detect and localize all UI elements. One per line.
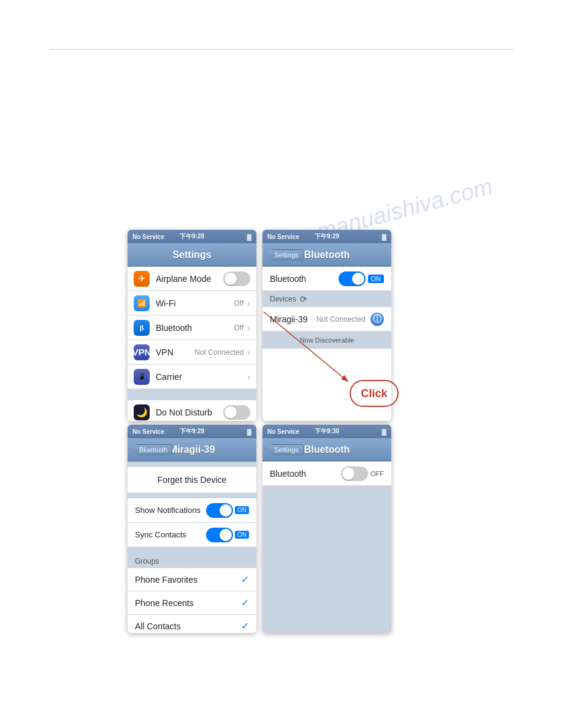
back-to-bluetooth-btn[interactable]: Bluetooth	[131, 444, 172, 455]
wifi-chevron: ›	[247, 298, 250, 308]
vpn-value: Not Connected	[194, 348, 243, 357]
device-info-btn[interactable]: ⓘ	[370, 313, 384, 326]
status-bar-4: No Service 下午9:30 ▓	[262, 425, 391, 438]
phone-favorites-check: ✓	[241, 574, 249, 585]
empty-bg	[262, 486, 391, 633]
bluetooth-off-toggle-row[interactable]: Bluetooth OFF	[262, 461, 391, 486]
click-label: Click	[361, 387, 387, 400]
gap-1	[128, 389, 256, 400]
status-no-service-1: No Service	[132, 233, 164, 240]
miragii-page-title: Miragii-39	[169, 444, 215, 455]
bluetooth-label: Bluetooth	[156, 323, 234, 333]
status-no-service-3: No Service	[132, 428, 164, 435]
all-contacts-check: ✓	[241, 620, 249, 632]
show-notifications-toggle[interactable]	[206, 503, 233, 518]
settings-title: Settings	[172, 249, 211, 260]
dnd-toggle[interactable]	[223, 405, 250, 420]
row-vpn[interactable]: VPN VPN Not Connected ›	[128, 340, 256, 365]
bluetooth-chevron: ›	[247, 323, 250, 333]
screen-bluetooth-off: No Service 下午9:30 ▓ Settings Bluetooth B…	[262, 425, 391, 633]
show-notifications-row[interactable]: Show Notifications ON	[128, 498, 256, 523]
off-label: OFF	[370, 470, 384, 477]
status-battery-1: ▓	[247, 233, 251, 240]
on-label: ON	[368, 275, 385, 283]
all-contacts-label: All Contacts	[135, 621, 181, 631]
back-to-settings-btn[interactable]: Settings	[266, 249, 304, 260]
airplane-label: Airplane Mode	[156, 274, 223, 284]
airplane-toggle[interactable]	[223, 271, 250, 286]
nav-bar-bluetooth: Settings Bluetooth	[262, 243, 391, 267]
row-wifi[interactable]: 📶 Wi-Fi Off ›	[128, 291, 256, 316]
click-circle: Click	[350, 380, 399, 407]
wifi-icon: 📶	[134, 295, 150, 311]
carrier-chevron: ›	[247, 372, 250, 382]
bluetooth-icon: β	[134, 320, 150, 336]
show-notifications-label: Show Notifications	[135, 506, 206, 515]
dnd-icon: 🌙	[134, 404, 150, 420]
settings-content: ✈ Airplane Mode 📶 Wi-Fi Off › β Bluetoot…	[128, 267, 256, 421]
row-bluetooth[interactable]: β Bluetooth Off ›	[128, 316, 256, 340]
sync-contacts-on-label: ON	[235, 531, 249, 539]
device-name: Miragii-39	[270, 314, 316, 324]
bluetooth-toggle-on[interactable]	[339, 271, 366, 286]
bluetooth-setting-label: Bluetooth	[270, 274, 339, 284]
vpn-icon: VPN	[134, 344, 150, 360]
phone-favorites-label: Phone Favorites	[135, 575, 197, 585]
devices-label: Devices	[270, 295, 296, 303]
bluetooth-off-title: Bluetooth	[304, 444, 350, 455]
device-row-miragii[interactable]: Miragii-39 Not Connected ⓘ	[262, 307, 391, 332]
wifi-label: Wi-Fi	[156, 298, 234, 308]
vpn-chevron: ›	[247, 347, 250, 357]
row-carrier[interactable]: 📱 Carrier ›	[128, 365, 256, 389]
group-phone-favorites[interactable]: Phone Favorites ✓	[128, 568, 256, 591]
sync-contacts-row[interactable]: Sync Contacts ON	[128, 523, 256, 547]
bluetooth-page-title: Bluetooth	[304, 249, 350, 260]
bluetooth-value: Off	[234, 324, 244, 332]
miragii-content: Forget this Device Show Notifications ON…	[128, 461, 256, 633]
bluetooth-content: Bluetooth ON Devices ⟳ Miragii-39 Not Co…	[262, 267, 391, 349]
status-battery-4: ▓	[382, 428, 386, 435]
carrier-icon: 📱	[134, 369, 150, 385]
back-to-settings-btn-4[interactable]: Settings	[266, 444, 304, 455]
dnd-label: Do Not Disturb	[156, 408, 223, 417]
nav-bar-bluetooth-off: Settings Bluetooth	[262, 438, 391, 461]
group-phone-recents[interactable]: Phone Recents ✓	[128, 591, 256, 615]
status-battery-3: ▓	[247, 428, 251, 435]
nav-bar-miragii: Bluetooth Miragii-39	[128, 438, 256, 461]
bluetooth-off-label: Bluetooth	[270, 469, 341, 479]
status-time-2: 下午9:29	[315, 232, 339, 241]
top-divider	[49, 49, 514, 50]
status-time-3: 下午9:29	[180, 427, 204, 436]
status-battery-2: ▓	[382, 233, 386, 240]
show-notif-on-label: ON	[235, 506, 249, 514]
carrier-label: Carrier	[156, 372, 247, 382]
group-all-contacts[interactable]: All Contacts ✓	[128, 615, 256, 633]
wifi-value: Off	[234, 299, 244, 308]
vpn-label: VPN	[156, 347, 194, 357]
phone-recents-check: ✓	[241, 597, 249, 609]
status-bar-3: No Service 下午9:29 ▓	[128, 425, 256, 438]
groups-section-label: Groups	[128, 552, 256, 568]
bluetooth-off-content: Bluetooth OFF	[262, 461, 391, 633]
device-status: Not Connected	[316, 315, 366, 324]
sync-contacts-toggle[interactable]	[206, 528, 233, 542]
screen-settings: No Service 下午9:28 ▓ Settings ✈ Airplane …	[128, 230, 256, 421]
devices-header: Devices ⟳	[262, 291, 391, 307]
status-bar-1: No Service 下午9:28 ▓	[128, 230, 256, 243]
status-bar-2: No Service 下午9:29 ▓	[262, 230, 391, 243]
status-no-service-4: No Service	[267, 428, 299, 435]
bluetooth-toggle-off[interactable]	[341, 466, 368, 481]
status-time-1: 下午9:28	[180, 232, 204, 241]
airplane-icon: ✈	[134, 271, 150, 287]
bluetooth-toggle-row[interactable]: Bluetooth ON	[262, 267, 391, 291]
nav-bar-settings: Settings	[128, 243, 256, 267]
forget-device-btn[interactable]: Forget this Device	[128, 466, 256, 493]
screen-miragii-detail: No Service 下午9:29 ▓ Bluetooth Miragii-39…	[128, 425, 256, 633]
row-airplane[interactable]: ✈ Airplane Mode	[128, 267, 256, 291]
discoverable-text: Now Discoverable	[262, 332, 391, 349]
status-no-service-2: No Service	[267, 233, 299, 240]
status-time-4: 下午9:30	[315, 427, 339, 436]
sync-contacts-label: Sync Contacts	[135, 530, 206, 539]
loading-spinner: ⟳	[300, 294, 307, 304]
row-dnd[interactable]: 🌙 Do Not Disturb	[128, 400, 256, 421]
